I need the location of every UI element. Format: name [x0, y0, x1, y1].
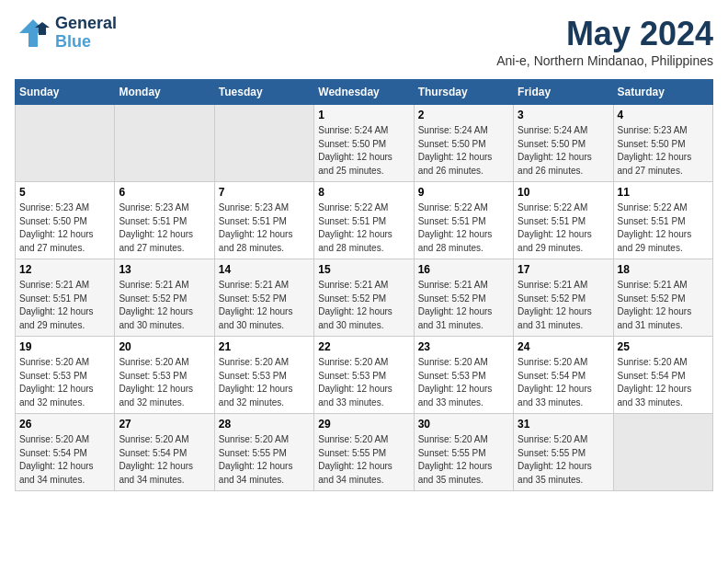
table-row: 30Sunrise: 5:20 AM Sunset: 5:55 PM Dayli…: [414, 414, 513, 491]
day-info: Sunrise: 5:20 AM Sunset: 5:55 PM Dayligh…: [318, 433, 409, 487]
table-row: 12Sunrise: 5:21 AM Sunset: 5:51 PM Dayli…: [16, 259, 115, 337]
day-info: Sunrise: 5:22 AM Sunset: 5:51 PM Dayligh…: [318, 201, 409, 255]
day-info: Sunrise: 5:22 AM Sunset: 5:51 PM Dayligh…: [518, 201, 609, 255]
table-row: 10Sunrise: 5:22 AM Sunset: 5:51 PM Dayli…: [514, 182, 613, 259]
logo-general: General: [55, 15, 117, 33]
day-number: 10: [518, 186, 609, 199]
day-info: Sunrise: 5:23 AM Sunset: 5:51 PM Dayligh…: [119, 201, 210, 255]
table-row: 8Sunrise: 5:22 AM Sunset: 5:51 PM Daylig…: [314, 182, 414, 259]
table-row: 22Sunrise: 5:20 AM Sunset: 5:53 PM Dayli…: [314, 337, 414, 414]
day-info: Sunrise: 5:21 AM Sunset: 5:52 PM Dayligh…: [119, 279, 210, 332]
table-row: 25Sunrise: 5:20 AM Sunset: 5:54 PM Dayli…: [613, 337, 712, 414]
table-row: 11Sunrise: 5:22 AM Sunset: 5:51 PM Dayli…: [613, 182, 712, 259]
day-number: 30: [418, 418, 509, 431]
weekday-header-row: SundayMondayTuesdayWednesdayThursdayFrid…: [16, 80, 713, 105]
table-row: 26Sunrise: 5:20 AM Sunset: 5:54 PM Dayli…: [16, 414, 115, 491]
table-row: 21Sunrise: 5:20 AM Sunset: 5:53 PM Dayli…: [214, 337, 313, 414]
day-number: 16: [418, 263, 509, 276]
weekday-header-monday: Monday: [115, 80, 214, 105]
day-number: 5: [19, 186, 110, 199]
table-row: 20Sunrise: 5:20 AM Sunset: 5:53 PM Dayli…: [115, 337, 214, 414]
day-number: 18: [618, 263, 709, 276]
logo-text: General Blue: [55, 15, 117, 52]
day-number: 27: [119, 418, 210, 431]
day-info: Sunrise: 5:20 AM Sunset: 5:53 PM Dayligh…: [219, 356, 310, 409]
day-number: 21: [219, 340, 310, 353]
calendar-table: SundayMondayTuesdayWednesdayThursdayFrid…: [15, 79, 713, 491]
title-section: May 2024 Ani-e, Northern Mindanao, Phili…: [496, 15, 713, 68]
day-number: 23: [418, 340, 509, 353]
table-row: 9Sunrise: 5:22 AM Sunset: 5:51 PM Daylig…: [414, 182, 513, 259]
day-info: Sunrise: 5:21 AM Sunset: 5:52 PM Dayligh…: [518, 279, 609, 332]
day-info: Sunrise: 5:22 AM Sunset: 5:51 PM Dayligh…: [418, 201, 509, 255]
month-title: May 2024: [496, 15, 713, 53]
day-number: 19: [19, 340, 110, 353]
table-row: [613, 414, 712, 491]
day-info: Sunrise: 5:24 AM Sunset: 5:50 PM Dayligh…: [518, 124, 609, 178]
day-number: 22: [318, 340, 409, 353]
day-info: Sunrise: 5:20 AM Sunset: 5:53 PM Dayligh…: [119, 356, 210, 409]
day-number: 25: [618, 340, 709, 353]
day-info: Sunrise: 5:20 AM Sunset: 5:53 PM Dayligh…: [318, 356, 409, 409]
day-number: 9: [418, 186, 509, 199]
table-row: 28Sunrise: 5:20 AM Sunset: 5:55 PM Dayli…: [214, 414, 313, 491]
table-row: 15Sunrise: 5:21 AM Sunset: 5:52 PM Dayli…: [314, 259, 414, 337]
weekday-header-friday: Friday: [514, 80, 613, 105]
day-number: 20: [119, 340, 210, 353]
location-subtitle: Ani-e, Northern Mindanao, Philippines: [496, 53, 713, 68]
calendar-week-5: 26Sunrise: 5:20 AM Sunset: 5:54 PM Dayli…: [16, 414, 713, 491]
table-row: 27Sunrise: 5:20 AM Sunset: 5:54 PM Dayli…: [115, 414, 214, 491]
day-info: Sunrise: 5:20 AM Sunset: 5:54 PM Dayligh…: [618, 356, 709, 409]
page-header: General Blue May 2024 Ani-e, Northern Mi…: [15, 15, 713, 68]
day-number: 13: [119, 263, 210, 276]
day-number: 11: [618, 186, 709, 199]
day-info: Sunrise: 5:24 AM Sunset: 5:50 PM Dayligh…: [418, 124, 509, 178]
table-row: 31Sunrise: 5:20 AM Sunset: 5:55 PM Dayli…: [514, 414, 613, 491]
day-number: 8: [318, 186, 409, 199]
table-row: 7Sunrise: 5:23 AM Sunset: 5:51 PM Daylig…: [214, 182, 313, 259]
table-row: 18Sunrise: 5:21 AM Sunset: 5:52 PM Dayli…: [613, 259, 712, 337]
day-info: Sunrise: 5:20 AM Sunset: 5:54 PM Dayligh…: [19, 433, 110, 487]
calendar-week-3: 12Sunrise: 5:21 AM Sunset: 5:51 PM Dayli…: [16, 259, 713, 337]
day-info: Sunrise: 5:20 AM Sunset: 5:54 PM Dayligh…: [518, 356, 609, 409]
day-info: Sunrise: 5:22 AM Sunset: 5:51 PM Dayligh…: [618, 201, 709, 255]
day-info: Sunrise: 5:23 AM Sunset: 5:50 PM Dayligh…: [618, 124, 709, 178]
day-number: 14: [219, 263, 310, 276]
weekday-header-tuesday: Tuesday: [214, 80, 313, 105]
day-info: Sunrise: 5:20 AM Sunset: 5:55 PM Dayligh…: [418, 433, 509, 487]
day-number: 26: [19, 418, 110, 431]
table-row: 2Sunrise: 5:24 AM Sunset: 5:50 PM Daylig…: [414, 105, 513, 182]
day-info: Sunrise: 5:20 AM Sunset: 5:54 PM Dayligh…: [119, 433, 210, 487]
day-info: Sunrise: 5:21 AM Sunset: 5:52 PM Dayligh…: [219, 279, 310, 332]
day-info: Sunrise: 5:20 AM Sunset: 5:55 PM Dayligh…: [219, 433, 310, 487]
table-row: [214, 105, 313, 182]
day-number: 7: [219, 186, 310, 199]
table-row: 13Sunrise: 5:21 AM Sunset: 5:52 PM Dayli…: [115, 259, 214, 337]
table-row: 17Sunrise: 5:21 AM Sunset: 5:52 PM Dayli…: [514, 259, 613, 337]
table-row: 29Sunrise: 5:20 AM Sunset: 5:55 PM Dayli…: [314, 414, 414, 491]
day-number: 2: [418, 109, 509, 121]
day-info: Sunrise: 5:20 AM Sunset: 5:53 PM Dayligh…: [418, 356, 509, 409]
table-row: 5Sunrise: 5:23 AM Sunset: 5:50 PM Daylig…: [16, 182, 115, 259]
day-number: 12: [19, 263, 110, 276]
calendar-week-1: 1Sunrise: 5:24 AM Sunset: 5:50 PM Daylig…: [16, 105, 713, 182]
weekday-header-sunday: Sunday: [16, 80, 115, 105]
day-number: 3: [518, 109, 609, 121]
table-row: [115, 105, 214, 182]
table-row: 6Sunrise: 5:23 AM Sunset: 5:51 PM Daylig…: [115, 182, 214, 259]
day-info: Sunrise: 5:24 AM Sunset: 5:50 PM Dayligh…: [318, 124, 409, 178]
day-number: 31: [518, 418, 609, 431]
weekday-header-wednesday: Wednesday: [314, 80, 414, 105]
calendar-week-4: 19Sunrise: 5:20 AM Sunset: 5:53 PM Dayli…: [16, 337, 713, 414]
day-number: 6: [119, 186, 210, 199]
day-number: 4: [618, 109, 709, 121]
table-row: 14Sunrise: 5:21 AM Sunset: 5:52 PM Dayli…: [214, 259, 313, 337]
table-row: 16Sunrise: 5:21 AM Sunset: 5:52 PM Dayli…: [414, 259, 513, 337]
day-info: Sunrise: 5:20 AM Sunset: 5:53 PM Dayligh…: [19, 356, 110, 409]
day-number: 29: [318, 418, 409, 431]
logo-icon: [15, 15, 51, 52]
day-info: Sunrise: 5:21 AM Sunset: 5:52 PM Dayligh…: [418, 279, 509, 332]
weekday-header-saturday: Saturday: [613, 80, 712, 105]
logo-blue: Blue: [55, 33, 117, 52]
day-info: Sunrise: 5:23 AM Sunset: 5:51 PM Dayligh…: [219, 201, 310, 255]
